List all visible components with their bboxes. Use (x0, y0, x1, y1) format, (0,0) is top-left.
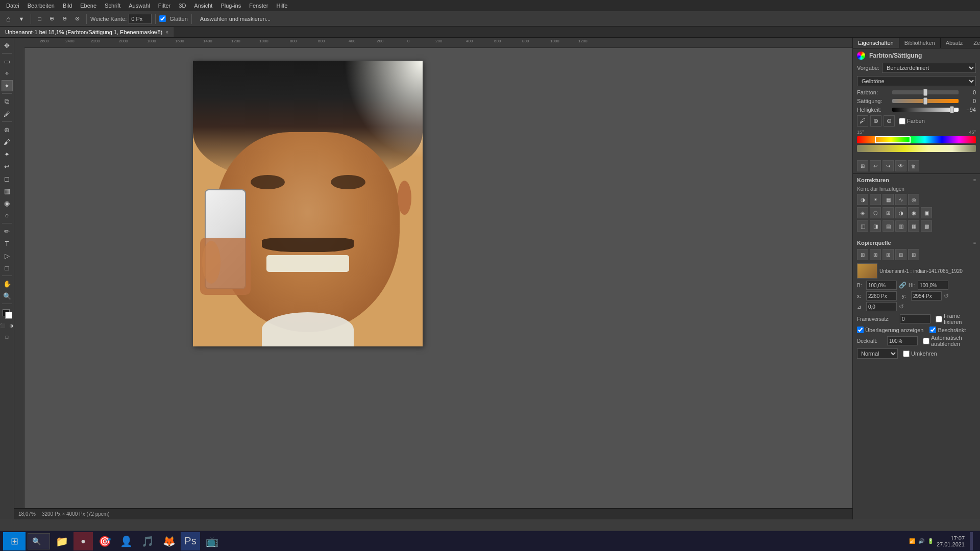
taskbar-photoshop[interactable]: Ps (181, 532, 200, 550)
intersect-selection-btn[interactable]: ⊗ (72, 13, 83, 24)
path-tool[interactable]: ▷ (2, 250, 13, 261)
winkel-reset-btn[interactable]: ↺ (899, 303, 904, 310)
taskbar-app-3[interactable]: 👤 (116, 532, 136, 550)
kopier-source-4[interactable]: ⊞ (895, 249, 906, 260)
huesat-icon-3[interactable]: ↪ (883, 160, 894, 171)
eyedropper-btn[interactable]: 🖋 (857, 115, 868, 127)
text-tool[interactable]: T (2, 238, 13, 249)
tray-battery[interactable]: 🔋 (927, 538, 934, 544)
korr-exposure[interactable]: ◎ (908, 194, 919, 205)
eraser-tool[interactable]: ◻ (2, 173, 13, 184)
screen-mode-btn[interactable]: □ (2, 332, 13, 343)
y-input[interactable] (911, 291, 942, 300)
tray-network[interactable]: 📶 (909, 538, 915, 544)
korr-selectcolor[interactable]: ▩ (921, 220, 932, 232)
menu-3d[interactable]: 3D (175, 2, 190, 10)
output-color-bar[interactable] (857, 145, 976, 152)
korr-solid-half[interactable]: ◑ (857, 194, 868, 205)
korr-curves[interactable]: ∿ (895, 194, 906, 205)
tab-absatz[interactable]: Absatz (941, 38, 969, 48)
korr-brightness[interactable]: ☀ (870, 194, 881, 205)
huesat-icon-4[interactable]: 👁 (895, 160, 906, 171)
farbton-thumb[interactable] (923, 89, 927, 96)
eyedropper-sub-btn[interactable]: ⊖ (884, 115, 895, 127)
huesat-icon-5[interactable]: 🗑 (908, 160, 919, 171)
preset-select[interactable]: Benutzerdefiniert (882, 63, 976, 73)
farben-checkbox[interactable] (899, 118, 905, 124)
menu-schrift[interactable]: Schrift (101, 2, 125, 10)
kopier-source-3[interactable]: ⊞ (883, 249, 894, 260)
korr-vibrance[interactable]: ◈ (857, 207, 868, 218)
eyedropper-tool[interactable]: 🖉 (2, 108, 13, 119)
x-input[interactable] (866, 291, 897, 300)
stamp-tool[interactable]: ✦ (2, 148, 13, 160)
taskbar-explorer[interactable]: 📁 (52, 532, 71, 550)
korr-levels[interactable]: ▦ (883, 194, 894, 205)
saettigung-track[interactable] (892, 99, 959, 103)
brush-select-btn[interactable]: ▼ (15, 13, 27, 24)
home-button[interactable]: ⌂ (3, 13, 13, 24)
sub-selection-btn[interactable]: ⊖ (59, 13, 70, 24)
kopier-source-2[interactable]: ⊞ (870, 249, 881, 260)
tab-bibliotheken[interactable]: Bibliotheken (899, 38, 941, 48)
channel-select[interactable]: Gelbtöne (857, 76, 976, 86)
ueberlagerung-checkbox[interactable] (857, 327, 864, 333)
move-tool[interactable]: ✥ (2, 40, 13, 51)
tray-volume[interactable]: 🔊 (918, 538, 924, 544)
menu-plugins[interactable]: Plug-ins (216, 2, 245, 10)
korr-poster[interactable]: ▤ (883, 220, 894, 232)
search-button[interactable]: 🔍 (28, 533, 50, 549)
auto-ausblenden-checkbox[interactable] (923, 338, 929, 344)
huesat-icon-1[interactable]: ⊞ (857, 160, 868, 171)
reset-transform-btn[interactable]: ↺ (944, 292, 949, 299)
farbton-track[interactable] (892, 90, 959, 94)
frameversatz-input[interactable] (900, 314, 930, 323)
deckkraft-input[interactable] (887, 336, 918, 345)
marquee-tool[interactable]: ▭ (2, 56, 13, 67)
dodge-tool[interactable]: ○ (2, 210, 13, 221)
magic-wand-tool[interactable]: ✦ (2, 80, 13, 91)
history-tool[interactable]: ↩ (2, 161, 13, 172)
taskbar-app-2[interactable]: 🎯 (95, 532, 114, 550)
brush-tool[interactable]: 🖌 (2, 136, 13, 147)
huesat-icon-2[interactable]: ↩ (870, 160, 881, 171)
kopier-source-1[interactable]: ⊞ (857, 249, 868, 260)
korrekturen-collapse[interactable]: ≡ (973, 178, 976, 183)
menu-bild[interactable]: Bild (59, 2, 76, 10)
new-selection-btn[interactable]: □ (35, 13, 44, 24)
zoom-tool[interactable]: 🔍 (2, 290, 13, 302)
korr-colbal[interactable]: ⊞ (883, 207, 894, 218)
lasso-tool[interactable]: ⌖ (2, 68, 13, 79)
canvas-area[interactable]: 2600 2400 2200 2000 1800 1600 1400 1200 … (14, 38, 852, 519)
hand-tool[interactable]: ✋ (2, 278, 13, 289)
pen-tool[interactable]: ✏ (2, 226, 13, 237)
helligkeit-track[interactable] (892, 108, 959, 112)
breite-input[interactable] (866, 281, 897, 290)
korr-lookup[interactable]: ◫ (857, 220, 868, 232)
foreground-color[interactable] (2, 308, 13, 319)
kopier-source-5[interactable]: ⊞ (908, 249, 919, 260)
korr-photoflt[interactable]: ◉ (908, 207, 919, 218)
taskbar-app-1[interactable]: ● (74, 532, 93, 550)
tab-eigenschaften[interactable]: Eigenschaften (853, 38, 899, 48)
taskbar-app-4[interactable]: 🎵 (138, 532, 157, 550)
korr-thresh[interactable]: ▥ (895, 220, 906, 232)
standard-colors-btn[interactable]: ⬛ (0, 321, 7, 330)
korr-chanmix[interactable]: ▣ (921, 207, 932, 218)
menu-ansicht[interactable]: Ansicht (190, 2, 216, 10)
korr-invert[interactable]: ◨ (870, 220, 881, 232)
menu-ebene[interactable]: Ebene (76, 2, 101, 10)
frame-fixieren-checkbox[interactable] (936, 316, 942, 322)
document-tab[interactable]: Unbenannt-1 bei 18,1% (Farbton/Sättigung… (0, 27, 174, 37)
taskbar-firefox[interactable]: 🦊 (159, 532, 179, 550)
beschraenkt-checkbox[interactable] (929, 327, 936, 333)
hoehe-input[interactable] (918, 281, 948, 290)
healing-tool[interactable]: ⊕ (2, 124, 13, 135)
eyedropper-add-btn[interactable]: ⊕ (870, 115, 881, 127)
tab-zeichen[interactable]: Zeichen (968, 38, 980, 48)
helligkeit-thumb[interactable] (950, 106, 954, 113)
umkehren-checkbox[interactable] (903, 350, 910, 357)
korr-bw[interactable]: ◑ (895, 207, 906, 218)
taskbar-tv[interactable]: 📺 (202, 532, 222, 550)
menu-auswahl[interactable]: Auswahl (125, 2, 154, 10)
